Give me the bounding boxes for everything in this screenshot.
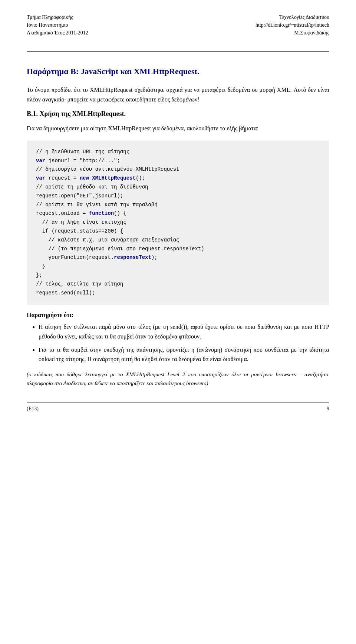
page: Τμήμα Πληροφορικής Ιόνιο Πανεπιστήμιο Ακ… [0, 0, 356, 644]
code-line-12: // (το περιεχόμενο είναι στο request.res… [36, 246, 204, 252]
var-keyword-1: var [36, 158, 45, 164]
code-line-10: if (request.status==200) { [36, 228, 123, 234]
code-line-15: }; [36, 272, 42, 278]
code-line-17: request.send(null); [36, 290, 95, 296]
code-line-7: // ορίστε τι θα γίνει κατά την παραλαβή [36, 202, 158, 208]
code-line-9: // αν η λήψη είναι επιτυχής [36, 219, 126, 225]
bullet-list: Η αίτηση δεν στέλνεται παρά μόνο στο τέλ… [39, 322, 329, 364]
header-left: Τμήμα Πληροφορικής Ιόνιο Πανεπιστήμιο Ακ… [27, 13, 88, 37]
code-line-8: request.onload = function() { [36, 210, 126, 216]
code-line-4: var request = new XMLHttpRequest(); [36, 175, 145, 181]
intro-paragraph: Το όνομα προδίδει ότι το XMLHttpRequest … [27, 85, 329, 104]
code-line-3: // δημιουργία νέου αντικειμένου XMLHttpR… [36, 166, 179, 172]
code-line-14: } [36, 263, 45, 269]
code-line-1: // η διεύθυνση URL της αίτησης [36, 149, 129, 155]
function-keyword: function [89, 210, 114, 216]
code-line-6: request.open("GET",jsonurl); [36, 193, 123, 199]
responsetext-property: responseText [114, 254, 151, 260]
footer-right: 9 [327, 406, 329, 412]
course-line3: Μ.Στεφανιδάκης [256, 29, 329, 37]
list-item-2: Για το τι θα συμβεί στην υποδοχή της απά… [39, 345, 329, 364]
header: Τμήμα Πληροφορικής Ιόνιο Πανεπιστήμιο Ακ… [27, 13, 329, 37]
footer-left: (E13) [27, 406, 39, 412]
institution-line3: Ακαδημαϊκό Έτος 2011-2012 [27, 29, 88, 37]
code-block: // η διεύθυνση URL της αίτησης var jsonu… [27, 141, 329, 305]
course-line2: http://di.ionio.gr/~mistral/tp/inttech [256, 21, 329, 29]
course-line1: Τεχνολογίες Διαδικτύου [256, 13, 329, 21]
code-line-16: // τέλος, στείλτε την αίτηση [36, 281, 123, 287]
code-line-2: var jsonurl = "http://..."; [36, 158, 120, 164]
notes-title: Παρατηρήστε ότι: [27, 312, 329, 318]
new-keyword: new [80, 175, 89, 181]
code-line-11: // καλέστε π.χ. μια συνάρτηση επεξεργασί… [36, 237, 179, 243]
institution-line1: Τμήμα Πληροφορικής [27, 13, 88, 21]
code-line-5: // ορίστε τη μέθοδο και τη διεύθυνση [36, 184, 148, 190]
footer: (E13) 9 [27, 403, 329, 412]
main-title: Παράρτημα Β: JavaScript και XMLHttpReque… [27, 67, 329, 76]
list-item-1: Η αίτηση δεν στέλνεται παρά μόνο στο τέλ… [39, 322, 329, 341]
section-title: Β.1. Χρήση της XMLHttpRequest. [27, 110, 329, 118]
institution-line2: Ιόνιο Πανεπιστήμιο [27, 21, 88, 29]
var-keyword-2: var [36, 175, 45, 181]
header-divider [27, 51, 329, 52]
header-right: Τεχνολογίες Διαδικτύου http://di.ionio.g… [256, 13, 329, 37]
xmlhttprequest-class: XMLHttpRequest [92, 175, 136, 181]
code-line-13: yourFunction(request.responseText); [36, 254, 158, 260]
section-intro: Για να δημιουργήσετε μια αίτηση XMLHttpR… [27, 124, 329, 133]
italic-paragraph: (ο κώδικας που δόθηκε λειτουργεί με το X… [27, 370, 329, 388]
